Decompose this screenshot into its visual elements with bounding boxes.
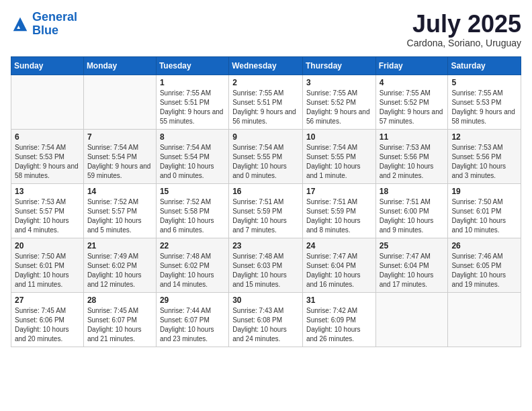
calendar-week-4: 20Sunrise: 7:50 AM Sunset: 6:01 PM Dayli… bbox=[11, 238, 521, 292]
calendar-cell: 8Sunrise: 7:54 AM Sunset: 5:54 PM Daylig… bbox=[156, 129, 228, 183]
day-info: Sunrise: 7:53 AM Sunset: 5:57 PM Dayligh… bbox=[15, 197, 80, 235]
calendar-cell: 19Sunrise: 7:50 AM Sunset: 6:01 PM Dayli… bbox=[448, 183, 521, 238]
day-info: Sunrise: 7:45 AM Sunset: 6:07 PM Dayligh… bbox=[87, 306, 152, 344]
calendar-cell: 10Sunrise: 7:54 AM Sunset: 5:55 PM Dayli… bbox=[302, 129, 375, 183]
calendar-cell: 15Sunrise: 7:52 AM Sunset: 5:58 PM Dayli… bbox=[156, 183, 228, 238]
calendar-week-2: 6Sunrise: 7:54 AM Sunset: 5:53 PM Daylig… bbox=[11, 129, 521, 183]
day-info: Sunrise: 7:50 AM Sunset: 6:01 PM Dayligh… bbox=[451, 197, 517, 235]
day-number: 12 bbox=[451, 132, 517, 142]
logo-text: General Blue bbox=[32, 11, 77, 38]
day-number: 30 bbox=[232, 295, 299, 305]
day-number: 7 bbox=[87, 132, 152, 142]
day-number: 25 bbox=[380, 241, 445, 250]
weekday-header-monday: Monday bbox=[83, 56, 156, 75]
calendar-cell: 29Sunrise: 7:44 AM Sunset: 6:07 PM Dayli… bbox=[156, 292, 228, 347]
day-number: 29 bbox=[160, 295, 225, 305]
day-number: 15 bbox=[160, 187, 225, 196]
day-info: Sunrise: 7:49 AM Sunset: 6:02 PM Dayligh… bbox=[87, 252, 152, 289]
calendar-cell bbox=[375, 292, 448, 347]
calendar-cell: 9Sunrise: 7:54 AM Sunset: 5:55 PM Daylig… bbox=[229, 129, 303, 183]
logo: ▲ General Blue bbox=[11, 11, 77, 38]
day-info: Sunrise: 7:51 AM Sunset: 5:59 PM Dayligh… bbox=[232, 197, 299, 235]
logo-line2: Blue bbox=[32, 24, 58, 37]
day-number: 16 bbox=[232, 187, 299, 196]
calendar-cell: 6Sunrise: 7:54 AM Sunset: 5:53 PM Daylig… bbox=[11, 129, 84, 183]
day-info: Sunrise: 7:55 AM Sunset: 5:51 PM Dayligh… bbox=[232, 89, 299, 126]
day-number: 20 bbox=[15, 241, 80, 250]
calendar-cell bbox=[83, 75, 156, 129]
calendar-week-1: 1Sunrise: 7:55 AM Sunset: 5:51 PM Daylig… bbox=[11, 75, 521, 129]
day-info: Sunrise: 7:54 AM Sunset: 5:55 PM Dayligh… bbox=[232, 143, 299, 181]
day-number: 6 bbox=[15, 132, 80, 142]
location-subtitle: Cardona, Soriano, Uruguay bbox=[407, 38, 521, 48]
calendar-cell: 16Sunrise: 7:51 AM Sunset: 5:59 PM Dayli… bbox=[229, 183, 303, 238]
calendar-cell: 26Sunrise: 7:46 AM Sunset: 6:05 PM Dayli… bbox=[448, 238, 521, 292]
day-info: Sunrise: 7:55 AM Sunset: 5:53 PM Dayligh… bbox=[451, 89, 517, 126]
page-header: ▲ General Blue July 2025 Cardona, Sorian… bbox=[11, 11, 521, 48]
day-info: Sunrise: 7:54 AM Sunset: 5:53 PM Dayligh… bbox=[15, 143, 80, 181]
calendar-cell: 1Sunrise: 7:55 AM Sunset: 5:51 PM Daylig… bbox=[156, 75, 228, 129]
weekday-header-saturday: Saturday bbox=[448, 56, 521, 75]
calendar-cell: 17Sunrise: 7:51 AM Sunset: 5:59 PM Dayli… bbox=[302, 183, 375, 238]
calendar-cell: 14Sunrise: 7:52 AM Sunset: 5:57 PM Dayli… bbox=[83, 183, 156, 238]
logo-icon: ▲ bbox=[11, 15, 30, 34]
weekday-header-tuesday: Tuesday bbox=[156, 56, 228, 75]
calendar-cell: 22Sunrise: 7:48 AM Sunset: 6:02 PM Dayli… bbox=[156, 238, 228, 292]
day-info: Sunrise: 7:52 AM Sunset: 5:58 PM Dayligh… bbox=[160, 197, 225, 235]
calendar-cell bbox=[11, 75, 84, 129]
day-info: Sunrise: 7:54 AM Sunset: 5:54 PM Dayligh… bbox=[87, 143, 152, 181]
day-number: 10 bbox=[306, 132, 372, 142]
svg-text:▲: ▲ bbox=[15, 23, 21, 30]
day-info: Sunrise: 7:55 AM Sunset: 5:51 PM Dayligh… bbox=[160, 89, 225, 126]
day-number: 27 bbox=[15, 295, 80, 305]
calendar-cell: 31Sunrise: 7:42 AM Sunset: 6:09 PM Dayli… bbox=[302, 292, 375, 347]
day-info: Sunrise: 7:53 AM Sunset: 5:56 PM Dayligh… bbox=[380, 143, 445, 181]
calendar-cell: 5Sunrise: 7:55 AM Sunset: 5:53 PM Daylig… bbox=[448, 75, 521, 129]
calendar-cell: 20Sunrise: 7:50 AM Sunset: 6:01 PM Dayli… bbox=[11, 238, 84, 292]
calendar-cell: 7Sunrise: 7:54 AM Sunset: 5:54 PM Daylig… bbox=[83, 129, 156, 183]
day-number: 28 bbox=[87, 295, 152, 305]
calendar-cell: 18Sunrise: 7:51 AM Sunset: 6:00 PM Dayli… bbox=[375, 183, 448, 238]
calendar-cell: 27Sunrise: 7:45 AM Sunset: 6:06 PM Dayli… bbox=[11, 292, 84, 347]
day-info: Sunrise: 7:53 AM Sunset: 5:56 PM Dayligh… bbox=[451, 143, 517, 181]
calendar-cell: 11Sunrise: 7:53 AM Sunset: 5:56 PM Dayli… bbox=[375, 129, 448, 183]
day-info: Sunrise: 7:54 AM Sunset: 5:55 PM Dayligh… bbox=[306, 143, 372, 181]
day-info: Sunrise: 7:51 AM Sunset: 6:00 PM Dayligh… bbox=[380, 197, 445, 235]
day-info: Sunrise: 7:50 AM Sunset: 6:01 PM Dayligh… bbox=[15, 252, 80, 289]
calendar-cell: 4Sunrise: 7:55 AM Sunset: 5:52 PM Daylig… bbox=[375, 75, 448, 129]
day-info: Sunrise: 7:47 AM Sunset: 6:04 PM Dayligh… bbox=[306, 252, 372, 289]
weekday-header-thursday: Thursday bbox=[302, 56, 375, 75]
weekday-header-wednesday: Wednesday bbox=[229, 56, 303, 75]
calendar-header: SundayMondayTuesdayWednesdayThursdayFrid… bbox=[11, 56, 521, 75]
calendar-table: SundayMondayTuesdayWednesdayThursdayFrid… bbox=[11, 56, 521, 347]
day-number: 31 bbox=[306, 295, 372, 305]
day-number: 23 bbox=[232, 241, 299, 250]
day-number: 1 bbox=[160, 78, 225, 87]
day-number: 22 bbox=[160, 241, 225, 250]
day-number: 14 bbox=[87, 187, 152, 196]
day-number: 4 bbox=[380, 78, 445, 87]
day-info: Sunrise: 7:48 AM Sunset: 6:03 PM Dayligh… bbox=[232, 252, 299, 289]
calendar-cell: 24Sunrise: 7:47 AM Sunset: 6:04 PM Dayli… bbox=[302, 238, 375, 292]
day-number: 19 bbox=[451, 187, 517, 196]
calendar-cell: 2Sunrise: 7:55 AM Sunset: 5:51 PM Daylig… bbox=[229, 75, 303, 129]
day-number: 17 bbox=[306, 187, 372, 196]
calendar-cell: 30Sunrise: 7:43 AM Sunset: 6:08 PM Dayli… bbox=[229, 292, 303, 347]
day-number: 24 bbox=[306, 241, 372, 250]
day-info: Sunrise: 7:42 AM Sunset: 6:09 PM Dayligh… bbox=[306, 306, 372, 344]
day-number: 8 bbox=[160, 132, 225, 142]
weekday-header-friday: Friday bbox=[375, 56, 448, 75]
day-info: Sunrise: 7:55 AM Sunset: 5:52 PM Dayligh… bbox=[380, 89, 445, 126]
calendar-cell: 3Sunrise: 7:55 AM Sunset: 5:52 PM Daylig… bbox=[302, 75, 375, 129]
calendar-body: 1Sunrise: 7:55 AM Sunset: 5:51 PM Daylig… bbox=[11, 75, 521, 347]
day-number: 11 bbox=[380, 132, 445, 142]
day-info: Sunrise: 7:46 AM Sunset: 6:05 PM Dayligh… bbox=[451, 252, 517, 289]
calendar-cell: 13Sunrise: 7:53 AM Sunset: 5:57 PM Dayli… bbox=[11, 183, 84, 238]
day-info: Sunrise: 7:54 AM Sunset: 5:54 PM Dayligh… bbox=[160, 143, 225, 181]
weekday-header-sunday: Sunday bbox=[11, 56, 84, 75]
calendar-cell: 23Sunrise: 7:48 AM Sunset: 6:03 PM Dayli… bbox=[229, 238, 303, 292]
calendar-cell: 12Sunrise: 7:53 AM Sunset: 5:56 PM Dayli… bbox=[448, 129, 521, 183]
day-info: Sunrise: 7:51 AM Sunset: 5:59 PM Dayligh… bbox=[306, 197, 372, 235]
day-number: 18 bbox=[380, 187, 445, 196]
calendar-week-5: 27Sunrise: 7:45 AM Sunset: 6:06 PM Dayli… bbox=[11, 292, 521, 347]
